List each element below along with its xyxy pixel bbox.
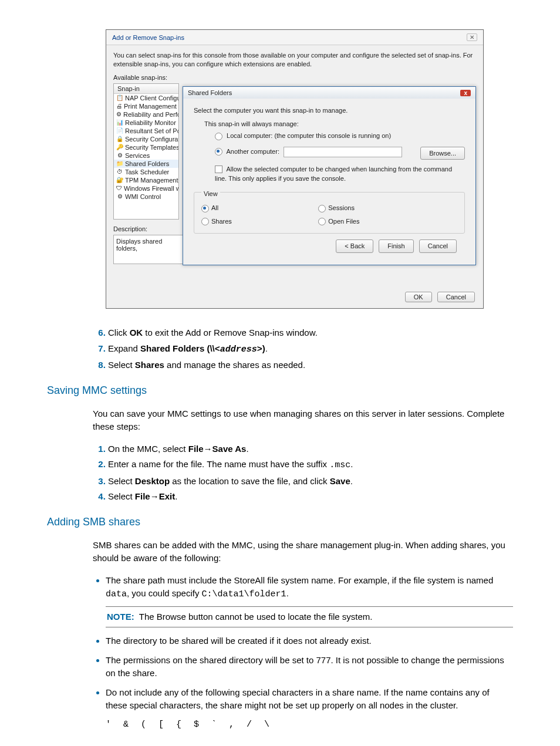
snapin-label: NAP Client Configur: [125, 94, 179, 102]
radio-another-computer[interactable]: [215, 148, 222, 156]
document-body: Click OK to exit the Add or Remove Snap-…: [47, 326, 513, 746]
snapin-label: WMI Control: [125, 193, 161, 200]
available-snapins-label: Available snap-ins:: [113, 74, 476, 81]
snapin-label: Security Configurati: [125, 136, 179, 143]
heading-adding-smb: Adding SMB shares: [47, 514, 513, 530]
snapin-label: Print Management: [124, 103, 177, 110]
outer-cancel-button[interactable]: Cancel: [437, 292, 475, 302]
snapin-item[interactable]: 📊Reliability Monitor: [114, 119, 178, 127]
browse-button[interactable]: Browse...: [420, 147, 465, 160]
snapin-item[interactable]: 📋NAP Client Configur: [114, 94, 178, 102]
snapin-item[interactable]: 📁Shared Folders: [114, 160, 178, 168]
bullet-1: The share path must include the StoreAll…: [106, 574, 513, 628]
bullet-3: The permissions on the shared directory …: [106, 654, 513, 680]
inner-instructions: Select the computer you want this snap-i…: [194, 106, 465, 116]
step-7: Expand Shared Folders (\\<address>).: [108, 342, 513, 357]
radio-local-computer[interactable]: [215, 133, 222, 140]
description-box: Displays shared folders,: [113, 235, 184, 264]
snapin-item[interactable]: 🔐TPM Management: [114, 176, 178, 184]
view-legend: View: [201, 190, 220, 197]
snapin-label: Services: [125, 152, 150, 159]
back-button[interactable]: < Back: [336, 239, 373, 253]
saving-step-4: Select File→Exit.: [108, 490, 513, 504]
snapin-list[interactable]: Snap-in 📋NAP Client Configur🖨Print Manag…: [113, 83, 179, 220]
saving-step-3: Select Desktop as the location to save t…: [108, 475, 513, 488]
inner-title: Shared Folders: [188, 89, 232, 96]
snapin-icon: 📋: [116, 94, 123, 102]
snapin-icon: 🔑: [116, 144, 123, 151]
snapin-item[interactable]: 📄Resultant Set of Pol: [114, 127, 178, 135]
radio-view-shares[interactable]: [201, 218, 209, 225]
snapin-icon: ⚙: [116, 111, 122, 118]
adding-intro: SMB shares can be added with the MMC, us…: [93, 539, 513, 565]
radio-view-all[interactable]: [201, 205, 209, 212]
saving-intro: You can save your MMC settings to use wh…: [93, 407, 513, 434]
list-header: Snap-in: [114, 84, 178, 94]
heading-saving-mmc: Saving MMC settings: [47, 383, 513, 399]
snapin-icon: ⚙: [116, 193, 123, 200]
another-computer-input[interactable]: [284, 147, 402, 157]
dialog-instructions: You can select snap-ins for this console…: [113, 51, 476, 69]
snapin-icon: 🖨: [116, 103, 122, 110]
inner-cancel-button[interactable]: Cancel: [419, 239, 457, 253]
snapin-icon: ⚙: [116, 152, 123, 159]
allow-change-checkbox[interactable]: [215, 166, 222, 173]
snapin-icon: 📊: [116, 119, 123, 126]
snapin-label: Security Templates: [125, 144, 179, 151]
step-6: Click OK to exit the Add or Remove Snap-…: [108, 326, 513, 340]
saving-step-2: Enter a name for the file. The name must…: [108, 458, 513, 472]
another-computer-label: Another computer:: [226, 148, 279, 155]
snapin-label: Windows Firewall wi: [124, 185, 179, 192]
snapin-icon: 📁: [116, 160, 123, 167]
snapin-label: Task Scheduler: [125, 168, 169, 175]
snapin-item[interactable]: 🛡Windows Firewall wi: [114, 184, 178, 193]
saving-step-1: On the MMC, select File→Save As.: [108, 443, 513, 456]
always-manage-label: This snap-in will always manage:: [204, 119, 465, 129]
snapin-label: Reliability and Perfo: [123, 111, 179, 118]
snapin-item[interactable]: ⏱Task Scheduler: [114, 168, 178, 176]
radio-view-openfiles[interactable]: [318, 218, 326, 225]
add-remove-snapins-dialog: Add or Remove Snap-ins ✕ You can select …: [106, 29, 484, 309]
snapin-label: TPM Management: [125, 177, 178, 184]
shared-folders-wizard: Shared Folders x Select the computer you…: [183, 86, 476, 265]
snapin-icon: ⏱: [116, 168, 123, 175]
special-chars: ' & ( [ { $ ` , / \: [106, 718, 513, 732]
snapin-item[interactable]: 🖨Print Management: [114, 102, 178, 110]
bullet-4: Do not include any of the following spec…: [106, 686, 513, 732]
note-box: NOTE: The Browse button cannot be used t…: [106, 606, 513, 628]
snapin-item[interactable]: 🔒Security Configurati: [114, 135, 178, 143]
snapin-icon: 🔐: [116, 177, 123, 184]
snapin-label: Reliability Monitor: [125, 119, 176, 126]
snapin-item[interactable]: ⚙Services: [114, 151, 178, 160]
ok-button[interactable]: OK: [405, 292, 432, 302]
close-icon[interactable]: ✕: [467, 33, 477, 41]
snapin-label: Shared Folders: [125, 160, 169, 167]
dialog-title: Add or Remove Snap-ins: [112, 34, 184, 41]
snapin-item[interactable]: 🔑Security Templates: [114, 143, 178, 151]
snapin-label: Resultant Set of Pol: [125, 127, 179, 134]
snapin-item[interactable]: ⚙Reliability and Perfo: [114, 110, 178, 119]
bullet-2: The directory to be shared will be creat…: [106, 634, 513, 648]
allow-change-label: Allow the selected computer to be change…: [215, 166, 452, 183]
snapin-icon: 🛡: [116, 185, 122, 192]
snapin-item[interactable]: ⚙WMI Control: [114, 193, 178, 201]
snapin-icon: 🔒: [116, 136, 123, 143]
local-computer-label: Local computer: (the computer this conso…: [227, 132, 391, 139]
close-icon[interactable]: x: [460, 90, 471, 96]
view-fieldset: View All Sessions Shares Open Files: [194, 192, 465, 234]
radio-view-sessions[interactable]: [318, 205, 326, 212]
step-8: Select Shares and manage the shares as n…: [108, 359, 513, 372]
snapin-icon: 📄: [116, 127, 123, 134]
finish-button[interactable]: Finish: [379, 239, 413, 253]
